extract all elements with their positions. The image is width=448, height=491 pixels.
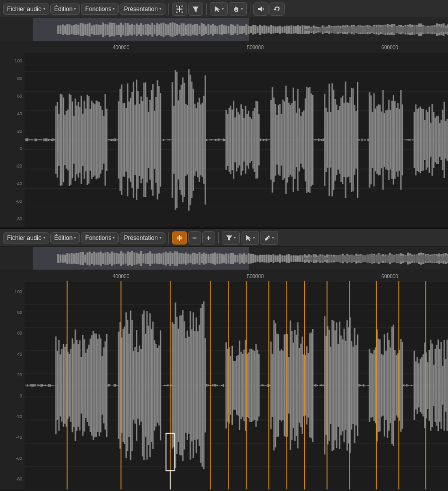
sep-bot-2: [218, 232, 219, 243]
svg-rect-13: [179, 235, 180, 241]
y-axis-label: 60: [17, 331, 22, 336]
ruler-bottom: 400000 500000 600000: [0, 270, 448, 281]
svg-marker-6: [193, 7, 199, 12]
svg-marker-7: [215, 6, 220, 12]
waveform-canvas-bottom: [0, 281, 448, 489]
ruler-label-bottom-400k: 400000: [113, 274, 129, 279]
transient-button[interactable]: [172, 231, 187, 244]
ruler-label-600k: 600000: [381, 45, 398, 50]
fonctions-menu-bottom[interactable]: Fonctions ▾: [81, 232, 119, 243]
y-axis-label: 60: [17, 94, 22, 99]
fichier-audio-arrow: ▾: [43, 7, 45, 11]
minus-icon: −: [192, 233, 197, 242]
y-axis-label: -40: [16, 181, 22, 186]
fonctions-arrow-bottom: ▾: [113, 235, 115, 240]
presentation-arrow-bottom: ▾: [159, 235, 161, 240]
svg-marker-12: [258, 7, 262, 12]
filter-button-top[interactable]: [188, 3, 203, 16]
y-axis-label: -80: [16, 216, 22, 221]
y-axis-label: 40: [17, 352, 22, 357]
sep-2: [206, 4, 207, 15]
filter-group-bottom: ▾: [222, 231, 240, 245]
svg-rect-9: [236, 7, 237, 10]
svg-marker-17: [246, 235, 251, 241]
top-panel: Fichier audio ▾ Édition ▾ Fonctions ▾ Pr…: [0, 0, 448, 229]
hand-button-top[interactable]: ▾: [229, 3, 246, 16]
svg-rect-8: [235, 7, 236, 10]
overview-strip-top: [0, 18, 448, 41]
svg-rect-14: [177, 236, 178, 239]
overview-waveform-top: [0, 18, 448, 41]
edition-arrow-top: ▾: [74, 7, 76, 11]
y-axis-label: 20: [17, 372, 22, 377]
waveform-canvas-top: [0, 52, 448, 227]
presentation-arrow-top: ▾: [159, 7, 161, 11]
svg-rect-5: [182, 12, 183, 13]
fichier-audio-menu[interactable]: Fichier audio ▾: [3, 4, 49, 15]
y-axis-top: 100806040200-20-40-60-80: [0, 52, 25, 227]
y-axis-label: 20: [17, 129, 22, 134]
ruler-label-bottom-600k: 600000: [381, 274, 398, 279]
bottom-toolbar: Fichier audio ▾ Édition ▾ Fonctions ▾ Pr…: [0, 229, 448, 247]
edition-menu-top[interactable]: Édition ▾: [50, 4, 80, 15]
speaker-button-top[interactable]: [253, 3, 268, 16]
overview-waveform-bottom: [0, 247, 448, 270]
edit-group-bottom: ▾: [260, 231, 278, 245]
zoom-minus-button[interactable]: −: [188, 231, 201, 244]
zoom-plus-button[interactable]: +: [202, 231, 215, 244]
fonctions-arrow-top: ▾: [113, 7, 115, 11]
y-axis-bottom: 100806040200-20-40-60-80: [0, 281, 25, 489]
y-axis-label: 100: [15, 58, 22, 63]
y-axis-label: 100: [15, 289, 22, 294]
hand-group-top: ▾: [229, 2, 247, 16]
overview-strip-bottom: [0, 247, 448, 270]
edit-button-bottom[interactable]: ▾: [260, 231, 278, 244]
y-axis-label: 40: [17, 111, 22, 116]
svg-rect-15: [181, 236, 182, 239]
cursor-group-bottom: ▾: [241, 231, 259, 245]
edition-arrow-bottom: ▾: [74, 235, 76, 240]
y-axis-label: 0: [20, 146, 22, 151]
svg-rect-4: [176, 12, 177, 13]
edition-menu-bottom[interactable]: Édition ▾: [50, 232, 80, 243]
fichier-audio-arrow-bottom: ▾: [43, 235, 45, 240]
y-axis-label: 0: [20, 393, 22, 398]
ruler-top: 400000 500000 600000: [0, 41, 448, 52]
undo-button-top[interactable]: [270, 3, 285, 16]
ruler-label-500k: 500000: [247, 45, 263, 50]
plus-icon: +: [206, 233, 211, 242]
bottom-panel: Fichier audio ▾ Édition ▾ Fonctions ▾ Pr…: [0, 229, 448, 489]
waveform-area-top: 100806040200-20-40-60-80: [0, 52, 448, 227]
y-axis-label: -60: [16, 456, 22, 461]
svg-marker-16: [226, 235, 232, 240]
y-axis-label: -20: [16, 163, 22, 169]
waveform-area-bottom: 100806040200-20-40-60-80: [0, 281, 448, 489]
sep-bot-1: [168, 232, 169, 243]
sep-3: [250, 4, 250, 15]
y-axis-label: -20: [16, 414, 22, 419]
ruler-label-bottom-500k: 500000: [247, 274, 263, 279]
cursor-button-top[interactable]: ▾: [210, 3, 227, 16]
fichier-audio-menu-bottom[interactable]: Fichier audio ▾: [3, 232, 49, 243]
cursor-button-bottom[interactable]: ▾: [241, 231, 258, 244]
filter-button-bottom[interactable]: ▾: [222, 231, 239, 244]
top-toolbar: Fichier audio ▾ Édition ▾ Fonctions ▾ Pr…: [0, 0, 448, 18]
center-button-top[interactable]: [172, 3, 187, 16]
y-axis-label: -80: [16, 476, 22, 481]
svg-rect-1: [179, 6, 180, 12]
sep-1: [168, 4, 169, 15]
cursor-group-top: ▾: [210, 2, 228, 16]
presentation-menu-top[interactable]: Présentation ▾: [120, 4, 165, 15]
y-axis-label: 80: [17, 76, 22, 81]
presentation-menu-bottom[interactable]: Présentation ▾: [120, 232, 165, 243]
svg-rect-2: [176, 6, 177, 7]
y-axis-label: -40: [16, 435, 22, 440]
y-axis-label: -60: [16, 199, 22, 204]
svg-rect-3: [182, 6, 183, 7]
y-axis-label: 80: [17, 310, 22, 315]
ruler-label-400k: 400000: [113, 45, 129, 50]
fonctions-menu-top[interactable]: Fonctions ▾: [81, 4, 119, 15]
